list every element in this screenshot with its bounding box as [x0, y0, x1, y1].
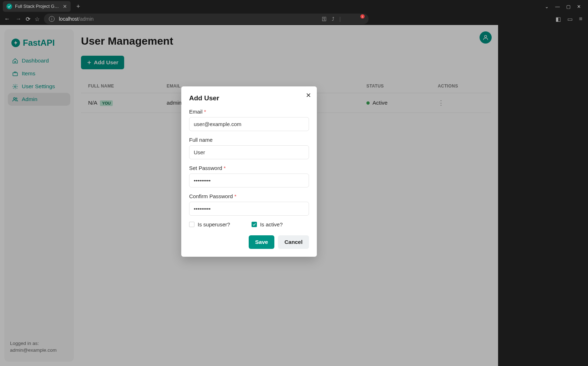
- password-label: Set Password *: [189, 165, 309, 171]
- brave-shield-icon[interactable]: [346, 15, 352, 22]
- brave-tracker-icon[interactable]: 1: [357, 15, 364, 22]
- url-host: localhost: [59, 16, 78, 22]
- site-info-icon[interactable]: i: [49, 16, 55, 22]
- reload-icon[interactable]: ⟳: [26, 16, 30, 22]
- maximize-icon[interactable]: ▢: [566, 4, 571, 9]
- browser-chrome: Full Stack Project Genera ✕ + ⌄ — ▢ ✕ ← …: [0, 0, 588, 25]
- sidebar-toggle-icon[interactable]: ◧: [556, 16, 561, 22]
- tab-favicon-icon: [6, 4, 12, 9]
- confirm-password-field[interactable]: [189, 202, 309, 216]
- add-user-modal: ✕ Add User Email * Full name Set Passwor…: [181, 86, 317, 257]
- email-label: Email *: [189, 109, 309, 115]
- modal-close-button[interactable]: ✕: [306, 91, 311, 99]
- checkbox-unchecked-icon: [189, 222, 194, 227]
- tracker-badge: 1: [360, 14, 365, 19]
- password-key-icon[interactable]: ⚿: [322, 16, 327, 22]
- modal-overlay[interactable]: ✕ Add User Email * Full name Set Passwor…: [0, 25, 498, 366]
- nav-bar: ← → ⟳ ☆ i localhost/admin ⚿ ⤴ | 1 ◧ ▭: [0, 13, 588, 25]
- active-label: Is active?: [260, 221, 283, 227]
- cancel-button[interactable]: Cancel: [278, 235, 309, 249]
- tab-title: Full Stack Project Genera: [15, 4, 60, 9]
- close-window-icon[interactable]: ✕: [577, 4, 581, 9]
- forward-icon: →: [16, 16, 21, 22]
- fullname-label: Full name: [189, 137, 309, 143]
- modal-title: Add User: [189, 94, 309, 102]
- password-field[interactable]: [189, 174, 309, 187]
- bookmark-icon[interactable]: ☆: [35, 16, 40, 22]
- chevron-down-icon[interactable]: ⌄: [545, 4, 549, 9]
- url-path: /admin: [78, 16, 93, 22]
- active-checkbox[interactable]: Is active?: [252, 221, 283, 227]
- save-button[interactable]: Save: [249, 235, 274, 249]
- new-tab-button[interactable]: +: [74, 3, 83, 10]
- superuser-label: Is superuser?: [198, 221, 230, 227]
- confirm-password-label: Confirm Password *: [189, 193, 309, 199]
- hamburger-menu-icon[interactable]: ≡: [579, 16, 582, 22]
- tab-bar: Full Stack Project Genera ✕ + ⌄ — ▢ ✕: [0, 0, 588, 13]
- minimize-icon[interactable]: —: [555, 4, 560, 9]
- url-bar[interactable]: i localhost/admin ⚿ ⤴ | 1: [44, 14, 369, 24]
- checkbox-checked-icon: [252, 222, 257, 227]
- window-controls: ⌄ — ▢ ✕: [545, 4, 585, 9]
- email-field[interactable]: [189, 117, 309, 131]
- fullname-field[interactable]: [189, 145, 309, 159]
- share-icon[interactable]: ⤴: [332, 16, 334, 22]
- superuser-checkbox[interactable]: Is superuser?: [189, 221, 230, 227]
- browser-tab[interactable]: Full Stack Project Genera ✕: [3, 1, 71, 12]
- wallet-icon[interactable]: ▭: [567, 16, 573, 22]
- tab-close-icon[interactable]: ✕: [63, 4, 67, 9]
- back-icon[interactable]: ←: [4, 16, 10, 22]
- viewport-gutter: [498, 25, 588, 366]
